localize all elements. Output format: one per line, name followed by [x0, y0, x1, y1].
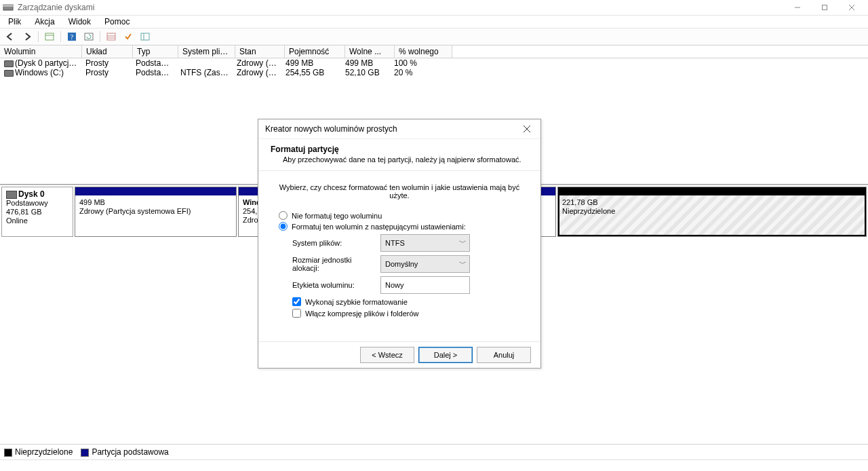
- volume-percent: 100 %: [390, 58, 447, 68]
- volume-label-value: Nowy: [385, 281, 404, 289]
- dialog-intro: Wybierz, czy chcesz formatować ten wolum…: [276, 179, 523, 209]
- volume-capacity: 499 MB: [281, 58, 341, 68]
- svg-rect-14: [141, 33, 149, 40]
- detail-icon[interactable]: [138, 30, 153, 43]
- col-capacity[interactable]: Pojemność: [285, 45, 345, 58]
- menu-action[interactable]: Akcja: [29, 16, 60, 27]
- dialog-subheading: Aby przechowywać dane na tej partycji, n…: [271, 155, 528, 164]
- col-percent[interactable]: % wolnego: [395, 45, 452, 58]
- disk-label[interactable]: Dysk 0 Podstawowy 476,81 GB Online: [1, 187, 73, 237]
- cancel-button[interactable]: Anuluj: [477, 347, 531, 363]
- partition-status: Nieprzydzielone: [562, 207, 862, 216]
- chevron-down-icon: ﹀: [459, 259, 467, 269]
- volume-fs: NTFS (Zaszy...: [176, 68, 233, 77]
- radio-noformat-label: Nie formatuj tego woluminu: [292, 212, 382, 220]
- partition-size: 499 MB: [79, 198, 232, 207]
- filesystem-label: System plików:: [292, 239, 380, 247]
- minimize-button[interactable]: [784, 0, 811, 15]
- maximize-button[interactable]: [811, 0, 838, 15]
- col-layout[interactable]: Układ: [82, 45, 133, 58]
- volume-capacity: 254,55 GB: [281, 68, 341, 77]
- disk-title: Dysk 0: [18, 189, 45, 199]
- back-icon[interactable]: [3, 30, 18, 43]
- statusbar: [0, 459, 868, 471]
- checkbox-compression[interactable]: [292, 309, 301, 318]
- show-hide-icon[interactable]: [42, 30, 57, 43]
- legend: Nieprzydzielone Partycja podstawowa: [0, 444, 868, 459]
- dialog-heading: Formatuj partycję: [271, 145, 528, 154]
- svg-rect-11: [107, 33, 115, 40]
- disk-icon: [6, 191, 17, 199]
- legend-primary: Partycja podstawowa: [92, 447, 168, 457]
- partition-unallocated[interactable]: 221,78 GB Nieprzydzielone: [557, 187, 867, 237]
- menu-help[interactable]: Pomoc: [99, 16, 135, 27]
- volume-name: Windows (C:): [15, 68, 64, 77]
- volume-label-label: Etykieta woluminu:: [292, 281, 380, 289]
- volume-fs: [176, 58, 233, 68]
- col-free[interactable]: Wolne ...: [345, 45, 395, 58]
- allocation-label: Rozmiar jednostki alokacji:: [292, 256, 380, 272]
- dialog-title: Kreator nowych woluminów prostych: [265, 124, 520, 134]
- radio-format-label: Formatuj ten wolumin z następującymi ust…: [292, 223, 466, 231]
- check-icon[interactable]: [121, 30, 136, 43]
- volume-free: 499 MB: [341, 58, 390, 68]
- allocation-value: Domyślny: [385, 260, 418, 268]
- titlebar: Zarządzanie dyskami: [0, 0, 868, 16]
- volume-header: Wolumin Układ Typ System plik... Stan Po…: [0, 45, 868, 58]
- dialog-close-button[interactable]: [520, 122, 534, 136]
- col-status[interactable]: Stan: [235, 45, 285, 58]
- allocation-select[interactable]: Domyślny ﹀: [380, 255, 470, 273]
- legend-swatch-unalloc: [4, 449, 12, 457]
- close-button[interactable]: [838, 0, 865, 15]
- volume-row[interactable]: Windows (C:) Prosty Podstaw... NTFS (Zas…: [0, 68, 868, 77]
- radio-format[interactable]: [279, 222, 288, 231]
- filesystem-select[interactable]: NTFS ﹀: [380, 234, 470, 252]
- partition-size: 221,78 GB: [562, 198, 862, 207]
- disk-state: Online: [6, 216, 28, 225]
- radio-noformat[interactable]: [279, 211, 288, 220]
- next-button[interactable]: Dalej >: [418, 347, 473, 363]
- volume-icon: [4, 70, 14, 77]
- menu-file[interactable]: Plik: [3, 16, 26, 27]
- filesystem-value: NTFS: [385, 239, 405, 247]
- svg-rect-1: [3, 5, 13, 7]
- menu-view[interactable]: Widok: [63, 16, 96, 27]
- toolbar: ?: [0, 29, 868, 45]
- col-volume[interactable]: Wolumin: [0, 45, 82, 58]
- app-icon: [3, 2, 14, 13]
- volume-row[interactable]: (Dysk 0 partycja 1) Prosty Podstaw... Zd…: [0, 58, 868, 68]
- volume-layout: Prosty: [81, 68, 132, 77]
- chevron-down-icon: ﹀: [459, 238, 467, 248]
- checkbox-compression-label: Włącz kompresję plików i folderów: [305, 309, 419, 318]
- volume-type: Podstaw...: [132, 58, 176, 68]
- window-title: Zarządzanie dyskami: [18, 3, 784, 12]
- disk-kind: Podstawowy: [6, 199, 48, 207]
- volume-status: Zdrowy (R...: [233, 68, 281, 77]
- checkbox-quick-format[interactable]: [292, 297, 301, 306]
- wizard-dialog: Kreator nowych woluminów prostych Format…: [258, 119, 541, 369]
- volume-name: (Dysk 0 partycja 1): [15, 58, 81, 68]
- legend-swatch-primary: [81, 449, 89, 457]
- checkbox-quick-label: Wykonaj szybkie formatowanie: [305, 298, 408, 306]
- forward-icon[interactable]: [20, 30, 35, 43]
- help-icon[interactable]: ?: [64, 30, 79, 43]
- disk-capacity: 476,81 GB: [6, 208, 42, 216]
- svg-text:?: ?: [71, 33, 74, 41]
- svg-rect-3: [823, 5, 827, 10]
- menubar: Plik Akcja Widok Pomoc: [0, 16, 868, 29]
- refresh-icon[interactable]: [81, 30, 96, 43]
- volume-layout: Prosty: [81, 58, 132, 68]
- volume-status: Zdrowy (P...: [233, 58, 281, 68]
- volume-free: 52,10 GB: [341, 68, 390, 77]
- volume-percent: 20 %: [390, 68, 447, 77]
- back-button[interactable]: < Wstecz: [360, 347, 414, 363]
- list-icon[interactable]: [104, 30, 119, 43]
- volume-type: Podstaw...: [132, 68, 176, 77]
- volume-icon: [4, 60, 14, 67]
- col-type[interactable]: Typ: [133, 45, 178, 58]
- col-filesystem[interactable]: System plik...: [178, 45, 235, 58]
- volume-label-input[interactable]: Nowy: [380, 276, 470, 294]
- partition-status: Zdrowy (Partycja systemowa EFI): [79, 207, 232, 216]
- svg-rect-6: [45, 33, 54, 40]
- partition-efi[interactable]: 499 MB Zdrowy (Partycja systemowa EFI): [75, 187, 237, 237]
